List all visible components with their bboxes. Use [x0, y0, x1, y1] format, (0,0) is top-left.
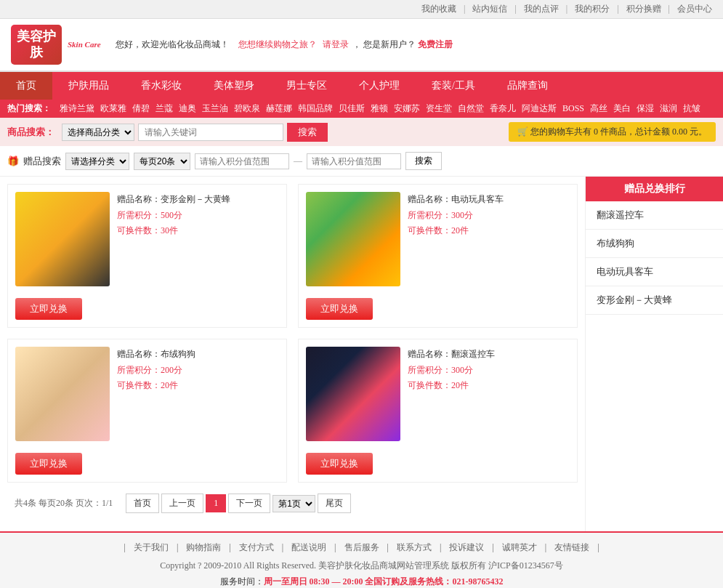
redeem-btn-2[interactable]: 立即兑换 [15, 453, 82, 475]
points-min-input[interactable] [195, 153, 289, 169]
hot-search-item-4[interactable]: 迪奥 [179, 102, 196, 115]
footer-link-0[interactable]: 关于我们 [134, 542, 169, 552]
prev-page-btn[interactable]: 上一页 [161, 494, 203, 513]
logo-text: 美容护肤 [11, 29, 62, 60]
product-info-2: 赠品名称：布绒狗狗 所需积分：200分 可换件数：20件 [117, 347, 195, 394]
product-count-0: 可换件数：30件 [117, 223, 230, 239]
per-page-select[interactable]: 每页20条 [134, 153, 190, 170]
hot-search-item-12[interactable]: 资生堂 [426, 102, 452, 115]
footer-link-8[interactable]: 友情链接 [554, 542, 589, 552]
product-name-1: 赠品名称：电动玩具客车 [408, 192, 504, 208]
search-button[interactable]: 搜索 [287, 123, 328, 142]
sidebar-item-3[interactable]: 变形金刚－大黄蜂 [586, 286, 723, 315]
hot-search-item-1[interactable]: 欧莱雅 [100, 102, 126, 115]
page-jump-select[interactable]: 第1页 [272, 495, 315, 512]
hot-search-item-19[interactable]: 保湿 [637, 102, 654, 115]
nav-personal[interactable]: 个人护理 [343, 72, 416, 100]
hot-search-item-20[interactable]: 滋润 [660, 102, 677, 115]
product-name-3: 赠品名称：翻滚遥控车 [408, 347, 495, 363]
points-max-input[interactable] [307, 153, 401, 169]
footer-link-1[interactable]: 购物指南 [186, 542, 221, 552]
sidebar: 赠品兑换排行 翻滚遥控车 布绒狗狗 电动玩具客车 变形金刚－大黄蜂 [585, 177, 723, 531]
welcome-text: 您好，欢迎光临化妆品商城！ [116, 39, 229, 49]
hot-search-item-3[interactable]: 兰蔻 [155, 102, 173, 115]
footer-link-5[interactable]: 联系方式 [397, 542, 432, 552]
main-content: 赠品名称：变形金刚－大黄蜂 所需积分：500分 可换件数：30件 立即兑换 赠品… [0, 177, 723, 531]
sidebar-item-0[interactable]: 翻滚遥控车 [586, 201, 723, 230]
product-points-0: 所需积分：500分 [117, 208, 230, 224]
first-page-btn[interactable]: 首页 [126, 494, 159, 513]
redeem-btn-3[interactable]: 立即兑换 [306, 453, 373, 475]
redeem-btn-0[interactable]: 立即兑换 [15, 298, 82, 320]
logo-icon: 美容护肤 [11, 25, 62, 65]
product-image-0 [15, 192, 110, 286]
logo-subtitle: Skin Care [68, 39, 101, 50]
login-link[interactable]: 请登录 [323, 39, 349, 49]
page-1-btn[interactable]: 1 [206, 494, 226, 512]
register-link[interactable]: 免费注册 [418, 39, 453, 49]
logo: 美容护肤 Skin Care [11, 25, 101, 65]
main-nav: 首页 护肤用品 香水彩妆 美体塑身 男士专区 个人护理 套装/工具 品牌查询 [0, 72, 723, 100]
hot-search-item-21[interactable]: 抗皱 [683, 102, 700, 115]
top-link-points[interactable]: 我的积分 [575, 4, 610, 14]
top-bar: 我的收藏 | 站内短信 | 我的点评 | 我的积分 | 积分换赠 | 会员中心 [0, 0, 723, 19]
nav-body[interactable]: 美体塑身 [198, 72, 270, 100]
footer-link-3[interactable]: 配送说明 [291, 542, 326, 552]
hot-search-item-0[interactable]: 雅诗兰黛 [60, 102, 94, 115]
continue-shop-link[interactable]: 您想继续购物之旅？ [238, 39, 317, 49]
product-count-2: 可换件数：20件 [117, 378, 195, 394]
gift-category-select[interactable]: 请选择分类 [65, 153, 129, 170]
search-input[interactable] [138, 124, 283, 141]
nav-men[interactable]: 男士专区 [270, 72, 343, 100]
footer-link-4[interactable]: 售后服务 [344, 542, 379, 552]
product-card-3: 赠品名称：翻滚遥控车 所需积分：300分 可换件数：20件 立即兑换 [298, 339, 578, 483]
hot-search-item-2[interactable]: 倩碧 [132, 102, 150, 115]
nav-skincare[interactable]: 护肤用品 [52, 72, 125, 100]
footer-link-2[interactable]: 支付方式 [239, 542, 274, 552]
hot-search-item-10[interactable]: 雅顿 [371, 102, 388, 115]
top-link-member[interactable]: 会员中心 [677, 4, 712, 14]
hot-search-item-11[interactable]: 安娜苏 [394, 102, 420, 115]
gift-search-bar: 🎁 赠品搜索 请选择分类 每页20条 — 搜索 [0, 146, 723, 177]
hot-search-item-13[interactable]: 自然堂 [458, 102, 484, 115]
next-page-btn[interactable]: 下一页 [228, 494, 270, 513]
top-link-review[interactable]: 我的点评 [524, 4, 559, 14]
nav-perfume[interactable]: 香水彩妆 [125, 72, 198, 100]
footer-link-6[interactable]: 投诉建议 [449, 542, 484, 552]
products-grid: 赠品名称：变形金刚－大黄蜂 所需积分：500分 可换件数：30件 立即兑换 赠品… [7, 184, 578, 483]
new-user-text: 您是新用户？ [363, 39, 416, 49]
hot-search-item-14[interactable]: 香奈儿 [490, 102, 516, 115]
sidebar-item-1[interactable]: 布绒狗狗 [586, 230, 723, 258]
hot-search-item-7[interactable]: 赫莲娜 [266, 102, 292, 115]
product-info-1: 赠品名称：电动玩具客车 所需积分：300分 可换件数：20件 [408, 192, 504, 239]
nav-set[interactable]: 套装/工具 [416, 72, 491, 100]
nav-brand[interactable]: 品牌查询 [491, 72, 564, 100]
top-link-message[interactable]: 站内短信 [472, 4, 507, 14]
product-count-1: 可换件数：20件 [408, 223, 504, 239]
hot-search-item-17[interactable]: 高丝 [590, 102, 607, 115]
gift-search-label: 赠品搜索 [23, 155, 61, 168]
product-name-0: 赠品名称：变形金刚－大黄蜂 [117, 192, 230, 208]
hot-search-item-15[interactable]: 阿迪达斯 [522, 102, 557, 115]
product-image-1 [306, 192, 400, 286]
search-bar: 商品搜索： 选择商品分类 搜索 🛒 您的购物车共有 0 件商品，总计金额 0.0… [0, 118, 723, 146]
hot-search-item-18[interactable]: 美白 [613, 102, 631, 115]
last-page-btn[interactable]: 尾页 [318, 494, 351, 513]
footer-link-7[interactable]: 诚聘英才 [502, 542, 537, 552]
nav-home[interactable]: 首页 [0, 72, 52, 100]
hot-search-item-16[interactable]: BOSS [562, 103, 584, 114]
top-link-exchange[interactable]: 积分换赠 [626, 4, 661, 14]
hot-search-item-9[interactable]: 贝佳斯 [339, 102, 365, 115]
header-center: 您好，欢迎光临化妆品商城！ 您想继续购物之旅？ 请登录， 您是新用户？ 免费注册 [101, 39, 712, 51]
category-select[interactable]: 选择商品分类 [62, 124, 134, 141]
product-card-2: 赠品名称：布绒狗狗 所需积分：200分 可换件数：20件 立即兑换 [7, 339, 287, 483]
product-info-3: 赠品名称：翻滚遥控车 所需积分：300分 可换件数：20件 [408, 347, 495, 394]
product-points-2: 所需积分：200分 [117, 363, 195, 379]
redeem-btn-1[interactable]: 立即兑换 [306, 298, 373, 320]
sidebar-item-2[interactable]: 电动玩具客车 [586, 258, 723, 286]
top-link-collection[interactable]: 我的收藏 [421, 4, 456, 14]
hot-search-item-8[interactable]: 韩国品牌 [298, 102, 333, 115]
hot-search-item-6[interactable]: 碧欧泉 [234, 102, 260, 115]
gift-search-button[interactable]: 搜索 [405, 152, 442, 170]
hot-search-item-5[interactable]: 玉兰油 [202, 102, 228, 115]
